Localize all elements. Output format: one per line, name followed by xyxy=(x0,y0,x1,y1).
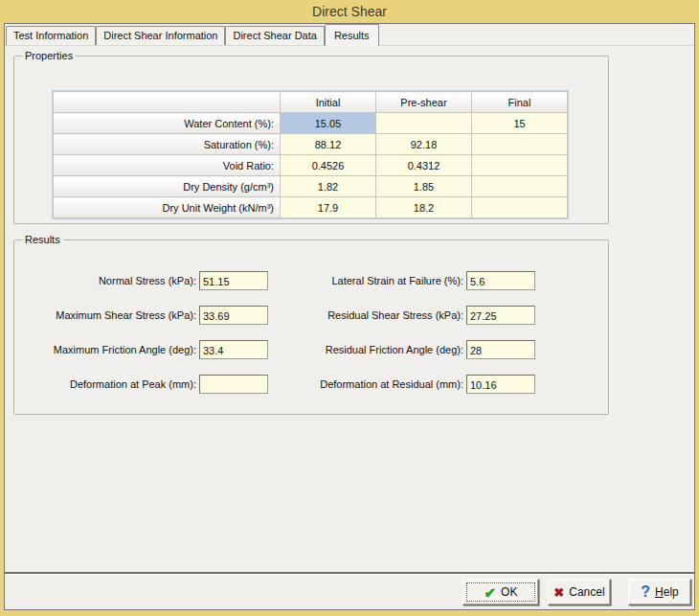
cancel-button-label: Cancel xyxy=(569,585,604,599)
residual-shear-stress-label: Residual Shear Stress (kPa): xyxy=(244,306,463,325)
title-bar: Direct Shear xyxy=(0,0,699,23)
dry-unit-weight-pre-shear-cell[interactable]: 18.2 xyxy=(376,197,472,218)
x-icon: ✖ xyxy=(553,586,564,599)
water-content-final-cell[interactable]: 15 xyxy=(472,113,568,134)
dry-density-final-cell[interactable] xyxy=(472,176,568,197)
dry-density-row-label: Dry Density (g/cm³) xyxy=(54,176,281,197)
water-content-pre-shear-cell[interactable] xyxy=(376,113,472,134)
deformation-at-peak-label: Deformation at Peak (mm): xyxy=(22,375,196,394)
deformation-at-residual-label: Deformation at Residual (mm): xyxy=(244,375,463,394)
void-ratio-pre-shear-cell[interactable]: 0.4312 xyxy=(376,155,472,176)
properties-group-label: Properties xyxy=(22,50,76,61)
dry-unit-weight-final-cell[interactable] xyxy=(472,197,568,218)
tab-direct-shear-information[interactable]: Direct Shear Information xyxy=(96,26,225,45)
tab-bar: Test Information Direct Shear Informatio… xyxy=(5,24,694,46)
help-button-label: Help xyxy=(655,585,679,599)
cancel-button[interactable]: ✖ Cancel xyxy=(548,579,611,605)
tab-results[interactable]: Results xyxy=(325,24,379,46)
saturation-pre-shear-cell[interactable]: 92.18 xyxy=(376,134,472,155)
water-content-row-label: Water Content (%): xyxy=(54,113,281,134)
residual-friction-angle-label: Residual Friction Angle (deg): xyxy=(244,340,463,359)
results-group: Results Normal Stress (kPa): Maximum She… xyxy=(13,234,609,415)
final-column-header: Final xyxy=(472,92,568,113)
dry-density-pre-shear-cell[interactable]: 1.85 xyxy=(376,176,472,197)
void-ratio-final-cell[interactable] xyxy=(472,155,568,176)
dry-density-initial-cell[interactable]: 1.82 xyxy=(281,176,376,197)
window-title: Direct Shear xyxy=(312,4,387,19)
void-ratio-row-label: Void Ratio: xyxy=(54,155,281,176)
lateral-strain-at-failure-input[interactable] xyxy=(466,271,535,290)
deformation-at-residual-input[interactable] xyxy=(466,375,535,394)
properties-table: Initial Pre-shear Final Water Content (%… xyxy=(53,91,568,218)
check-icon: ✔ xyxy=(485,585,497,600)
initial-column-header: Initial xyxy=(281,92,376,113)
table-row: Water Content (%): 15.05 15 xyxy=(54,113,568,134)
table-row: Void Ratio: 0.4526 0.4312 xyxy=(54,155,568,176)
properties-group: Properties Initial Pre-shear Final Water… xyxy=(13,50,609,224)
dialog-client-area: Test Information Direct Shear Informatio… xyxy=(4,23,695,610)
saturation-initial-cell[interactable]: 88.12 xyxy=(281,134,376,155)
residual-shear-stress-input[interactable] xyxy=(466,306,535,325)
corner-header-cell xyxy=(54,92,281,113)
dry-unit-weight-initial-cell[interactable]: 17.9 xyxy=(281,197,376,218)
ok-button-label: OK xyxy=(501,585,517,599)
table-header-row: Initial Pre-shear Final xyxy=(54,92,568,113)
residual-friction-angle-input[interactable] xyxy=(466,340,535,359)
tab-direct-shear-data[interactable]: Direct Shear Data xyxy=(225,26,324,45)
question-icon: ? xyxy=(641,584,650,600)
maximum-shear-stress-label: Maximum Shear Stress (kPa): xyxy=(22,306,196,325)
ok-button[interactable]: ✔ OK xyxy=(462,579,539,605)
normal-stress-label: Normal Stress (kPa): xyxy=(22,271,196,290)
direct-shear-dialog: Direct Shear Test Information Direct She… xyxy=(0,0,699,616)
help-button[interactable]: ? Help xyxy=(628,579,691,605)
results-group-label: Results xyxy=(22,234,63,245)
pre-shear-column-header: Pre-shear xyxy=(376,92,472,113)
maximum-friction-angle-label: Maximum Friction Angle (deg): xyxy=(22,340,196,359)
tab-test-information[interactable]: Test Information xyxy=(6,26,96,45)
water-content-initial-cell[interactable]: 15.05 xyxy=(281,113,376,134)
dry-unit-weight-row-label: Dry Unit Weight (kN/m³) xyxy=(54,197,281,218)
table-row: Dry Density (g/cm³) 1.82 1.85 xyxy=(54,176,568,197)
saturation-final-cell[interactable] xyxy=(472,134,568,155)
table-row: Saturation (%): 88.12 92.18 xyxy=(54,134,568,155)
table-row: Dry Unit Weight (kN/m³) 17.9 18.2 xyxy=(54,197,568,218)
lateral-strain-at-failure-label: Lateral Strain at Failure (%): xyxy=(244,271,463,290)
footer-separator xyxy=(5,572,694,575)
void-ratio-initial-cell[interactable]: 0.4526 xyxy=(281,155,376,176)
saturation-row-label: Saturation (%): xyxy=(54,134,281,155)
